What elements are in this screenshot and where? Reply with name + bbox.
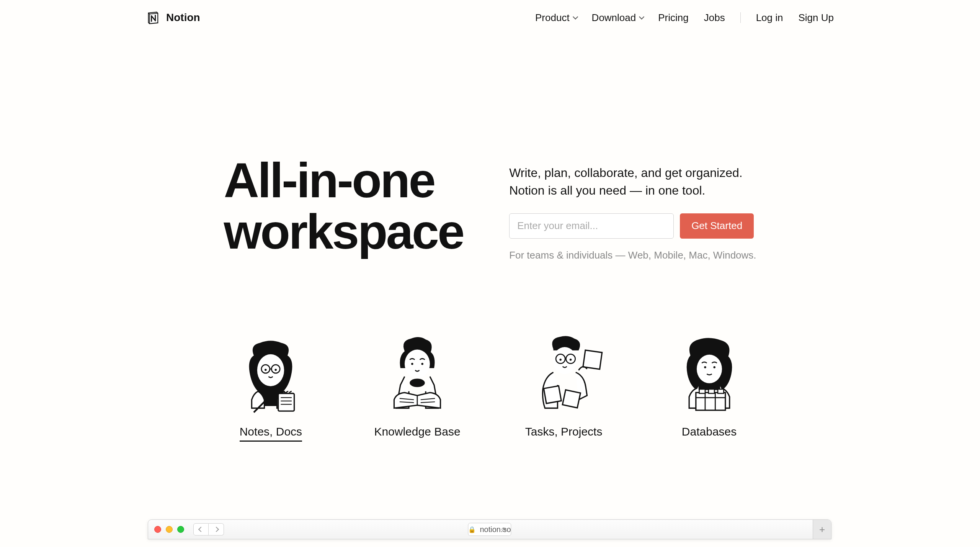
svg-point-14 <box>410 378 425 387</box>
nav-signup[interactable]: Sign Up <box>799 12 834 24</box>
svg-rect-36 <box>699 389 705 393</box>
hero-subtitle: Write, plan, collaborate, and get organi… <box>509 164 756 200</box>
svg-point-29 <box>697 355 722 383</box>
nav-divider <box>740 12 741 23</box>
svg-rect-32 <box>696 393 725 410</box>
illustration-notes <box>229 330 313 414</box>
features-row: Notes, Docs Knowledge <box>0 330 980 442</box>
svg-point-11 <box>405 349 430 378</box>
nav-jobs[interactable]: Jobs <box>704 12 725 24</box>
nav-jobs-label: Jobs <box>704 12 725 24</box>
svg-point-12 <box>411 363 413 365</box>
svg-rect-38 <box>718 389 724 393</box>
nav-login-label: Log in <box>756 12 783 24</box>
tab-databases[interactable]: Databases <box>667 330 751 442</box>
tab-tasks-projects[interactable]: Tasks, Projects <box>522 330 606 442</box>
svg-point-25 <box>569 359 572 361</box>
hero-footnote: For teams & individuals — Web, Mobile, M… <box>509 249 756 261</box>
tab-notes-docs[interactable]: Notes, Docs <box>229 330 313 442</box>
hero-section: All-in-one workspace Write, plan, collab… <box>0 25 980 261</box>
chevron-right-icon <box>213 527 219 532</box>
browser-back-button[interactable] <box>193 523 209 536</box>
traffic-lights <box>154 526 184 533</box>
nav-pricing[interactable]: Pricing <box>658 12 688 24</box>
hero-title: All-in-one workspace <box>224 155 463 258</box>
svg-point-13 <box>421 363 423 365</box>
feature-label: Databases <box>682 425 737 441</box>
svg-rect-26 <box>583 350 602 369</box>
get-started-button[interactable]: Get Started <box>680 213 754 239</box>
browser-chrome: 🔒 notion.so ⟳ + <box>148 519 831 539</box>
page-header: Notion Product Download Pricing Jobs Log… <box>0 0 980 25</box>
email-signup-row: Get Started <box>509 213 756 239</box>
svg-point-4 <box>265 368 267 371</box>
svg-point-30 <box>704 366 706 368</box>
window-minimize-button[interactable] <box>166 526 173 533</box>
browser-nav-arrows <box>193 523 224 536</box>
feature-label: Tasks, Projects <box>525 425 603 441</box>
nav-pricing-label: Pricing <box>658 12 688 24</box>
svg-rect-28 <box>562 390 580 408</box>
browser-url-bar[interactable]: 🔒 notion.so ⟳ <box>468 523 511 536</box>
window-zoom-button[interactable] <box>177 526 184 533</box>
illustration-knowledge <box>375 330 459 414</box>
nav-download[interactable]: Download <box>592 12 643 24</box>
feature-label: Notes, Docs <box>240 425 302 442</box>
nav-product[interactable]: Product <box>535 12 577 24</box>
chevron-left-icon <box>198 527 204 532</box>
lock-icon: 🔒 <box>468 526 476 533</box>
feature-label: Knowledge Base <box>374 425 460 441</box>
nav-signup-label: Sign Up <box>799 12 834 24</box>
main-nav: Product Download Pricing Jobs Log in Sig… <box>535 12 834 24</box>
svg-rect-37 <box>708 389 714 393</box>
tab-knowledge-base[interactable]: Knowledge Base <box>374 330 460 442</box>
brand-name: Notion <box>166 11 200 24</box>
email-field[interactable] <box>509 213 674 239</box>
notion-logo-icon <box>146 11 160 25</box>
svg-point-5 <box>275 368 277 371</box>
illustration-databases <box>667 330 751 414</box>
svg-point-31 <box>713 366 715 368</box>
svg-point-24 <box>559 359 562 361</box>
nav-product-label: Product <box>535 12 570 24</box>
svg-rect-6 <box>278 393 294 411</box>
svg-rect-27 <box>544 386 561 403</box>
window-close-button[interactable] <box>154 526 161 533</box>
nav-download-label: Download <box>592 12 636 24</box>
chevron-down-icon <box>639 14 644 20</box>
logo-group[interactable]: Notion <box>146 11 200 25</box>
browser-forward-button[interactable] <box>209 523 224 536</box>
hero-right: Write, plan, collaborate, and get organi… <box>509 155 756 261</box>
chevron-down-icon <box>573 14 578 20</box>
nav-login[interactable]: Log in <box>756 12 783 24</box>
reload-icon[interactable]: ⟳ <box>501 526 506 533</box>
hero-left: All-in-one workspace <box>224 155 463 261</box>
illustration-tasks <box>522 330 606 414</box>
new-tab-button[interactable]: + <box>813 520 831 539</box>
